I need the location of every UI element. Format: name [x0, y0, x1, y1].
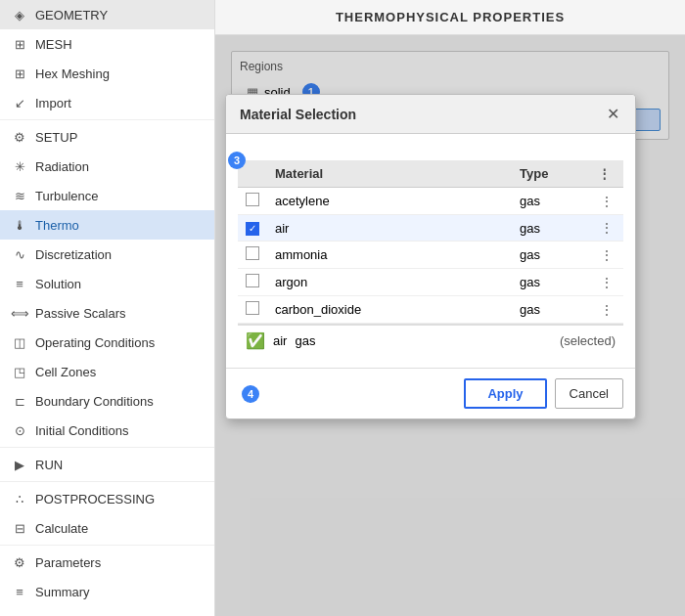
sidebar-label-operating-conditions: Operating Conditions	[35, 335, 155, 350]
dots-menu-argon[interactable]: ⋮	[590, 269, 623, 296]
checkbox-cell-ammonia[interactable]	[238, 242, 267, 269]
divider-3	[0, 481, 214, 482]
sidebar-label-import: Import	[35, 96, 71, 110]
sidebar-label-mesh: MESH	[35, 37, 72, 52]
sidebar-item-discretization[interactable]: ∿ Discretization	[0, 240, 214, 269]
sidebar-item-summary[interactable]: ≡ Summary	[0, 577, 214, 606]
sidebar-label-cell-zones: Cell Zones	[35, 365, 96, 379]
sidebar-label-turbulence: Turbulence	[35, 189, 99, 203]
sidebar-label-run: RUN	[35, 458, 63, 472]
material-type-ammonia: gas	[512, 242, 590, 269]
footer-badge: 4	[242, 385, 259, 403]
column-menu-icon[interactable]: ⋮	[598, 166, 611, 181]
material-table: Material Type ⋮	[238, 160, 623, 324]
checkbox-ammonia[interactable]	[246, 246, 259, 260]
material-type-air: gas	[512, 215, 590, 242]
page-title: THERMOPHYSICAL PROPERTIES	[215, 0, 685, 35]
col-header-menu: ⋮	[590, 160, 623, 188]
checkbox-acetylene[interactable]	[246, 193, 259, 206]
material-name-carbon-dioxide: carbon_dioxide	[267, 296, 512, 324]
selected-material-row: ✅ air gas (selected)	[238, 324, 623, 356]
modal-footer: 4 Apply Cancel	[226, 368, 635, 418]
sidebar-label-setup: SETUP	[35, 130, 77, 145]
sidebar-item-radiation[interactable]: ✳ Radiation	[0, 152, 214, 181]
initial-conditions-icon: ⊙	[12, 422, 27, 438]
solution-icon: ≡	[12, 276, 27, 291]
sidebar-item-calculate[interactable]: ⊟ Calculate	[0, 513, 214, 543]
cancel-button[interactable]: Cancel	[555, 378, 623, 409]
parameters-icon: ⚙	[12, 554, 27, 570]
operating-conditions-icon: ◫	[12, 334, 27, 350]
col-header-type[interactable]: Type	[512, 160, 590, 188]
modal-header: Material Selection ✕	[226, 95, 635, 134]
checkbox-cell-acetylene[interactable]	[238, 188, 267, 215]
sidebar-item-thermo[interactable]: 🌡 Thermo	[0, 210, 214, 240]
geometry-icon: ◈	[12, 7, 27, 22]
material-type-acetylene: gas	[512, 188, 590, 215]
table-row: acetylene gas ⋮	[238, 188, 623, 215]
sidebar-label-boundary-conditions: Boundary Conditions	[35, 394, 154, 409]
dots-menu-ammonia[interactable]: ⋮	[590, 242, 623, 269]
apply-button[interactable]: Apply	[464, 378, 546, 409]
sidebar: ◈ GEOMETRY ⊞ MESH ⊞ Hex Meshing ↙ Import…	[0, 0, 215, 616]
material-name-air: air	[267, 215, 512, 242]
selected-material-type: gas	[295, 333, 315, 348]
dots-menu-acetylene[interactable]: ⋮	[590, 188, 623, 215]
boundary-conditions-icon: ⊏	[12, 393, 27, 409]
sidebar-item-postprocessing[interactable]: ∴ POSTPROCESSING	[0, 484, 214, 513]
sidebar-item-initial-conditions[interactable]: ⊙ Initial Conditions	[0, 416, 214, 445]
main-content: THERMOPHYSICAL PROPERTIES Regions ▦ soli…	[215, 0, 685, 616]
table-row: carbon_dioxide gas ⋮	[238, 296, 623, 324]
sidebar-label-initial-conditions: Initial Conditions	[35, 423, 128, 438]
sidebar-label-passive-scalars: Passive Scalars	[35, 306, 125, 321]
checkbox-argon[interactable]	[246, 274, 259, 287]
sidebar-item-parameters[interactable]: ⚙ Parameters	[0, 548, 214, 577]
checkbox-carbon-dioxide[interactable]	[246, 301, 259, 315]
sidebar-label-solution: Solution	[35, 277, 81, 291]
sidebar-item-hex-meshing[interactable]: ⊞ Hex Meshing	[0, 59, 214, 88]
run-icon: ▶	[12, 457, 27, 472]
sidebar-item-operating-conditions[interactable]: ◫ Operating Conditions	[0, 328, 214, 357]
checkbox-cell-argon[interactable]	[238, 269, 267, 296]
divider-4	[0, 545, 214, 546]
summary-icon: ≡	[12, 584, 27, 599]
sidebar-label-radiation: Radiation	[35, 159, 89, 174]
main-body: Regions ▦ solid 1 💧 fluid ▦ Material Dat…	[215, 35, 685, 616]
col-header-material[interactable]: Material	[267, 160, 512, 188]
sidebar-label-calculate: Calculate	[35, 521, 88, 536]
sidebar-item-solution[interactable]: ≡ Solution	[0, 269, 214, 298]
checkbox-cell-air[interactable]	[238, 215, 267, 242]
selected-material-label: (selected)	[560, 333, 616, 348]
passive-scalars-icon: ⟺	[12, 305, 27, 321]
table-header-row: Material Type ⋮	[238, 160, 623, 188]
modal-overlay: Material Selection ✕ 3 Material Type	[215, 35, 685, 616]
sidebar-item-import[interactable]: ↙ Import	[0, 88, 214, 117]
checkbox-air[interactable]	[246, 222, 259, 236]
material-type-argon: gas	[512, 269, 590, 296]
postprocessing-icon: ∴	[12, 491, 27, 506]
sidebar-label-postprocessing: POSTPROCESSING	[35, 492, 155, 506]
sidebar-item-turbulence[interactable]: ≋ Turbulence	[0, 181, 214, 210]
table-badge: 3	[228, 152, 246, 169]
checkbox-cell-carbon-dioxide[interactable]	[238, 296, 267, 324]
sidebar-label-geometry: GEOMETRY	[35, 8, 108, 22]
material-selection-modal: Material Selection ✕ 3 Material Type	[225, 94, 636, 419]
sidebar-item-geometry[interactable]: ◈ GEOMETRY	[0, 0, 214, 29]
sidebar-label-hex-meshing: Hex Meshing	[35, 66, 110, 81]
sidebar-label-thermo: Thermo	[35, 218, 79, 233]
sidebar-item-boundary-conditions[interactable]: ⊏ Boundary Conditions	[0, 386, 214, 416]
dots-menu-carbon-dioxide[interactable]: ⋮	[590, 296, 623, 324]
sidebar-item-mesh[interactable]: ⊞ MESH	[0, 29, 214, 59]
sidebar-label-parameters: Parameters	[35, 555, 101, 570]
sidebar-item-cell-zones[interactable]: ◳ Cell Zones	[0, 357, 214, 386]
discretization-icon: ∿	[12, 246, 27, 262]
divider-1	[0, 119, 214, 120]
sidebar-item-passive-scalars[interactable]: ⟺ Passive Scalars	[0, 298, 214, 328]
sidebar-label-discretization: Discretization	[35, 247, 112, 262]
dots-menu-air[interactable]: ⋮	[590, 215, 623, 242]
modal-close-button[interactable]: ✕	[605, 105, 621, 123]
sidebar-item-setup[interactable]: ⚙ SETUP	[0, 122, 214, 152]
material-name-ammonia: ammonia	[267, 242, 512, 269]
sidebar-item-run[interactable]: ▶ RUN	[0, 450, 214, 479]
setup-icon: ⚙	[12, 129, 27, 145]
